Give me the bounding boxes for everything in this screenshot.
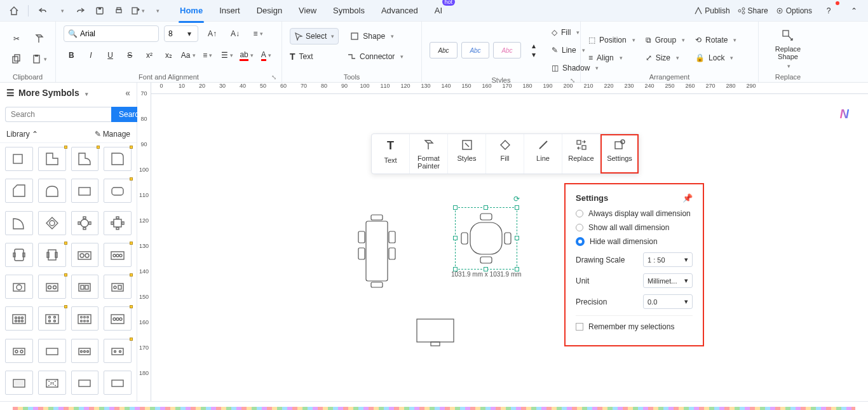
shape-bottom-1[interactable] xyxy=(5,371,33,395)
style-preset-1[interactable]: Abc xyxy=(430,42,458,58)
line-spacing-icon[interactable]: ≡ xyxy=(200,47,215,64)
ctx-line[interactable]: Line xyxy=(524,134,562,174)
paragraph-align-icon[interactable]: ≡ xyxy=(249,25,267,42)
canvas[interactable]: N TText Format Painter Styles Fill Line … xyxy=(151,94,868,401)
shape-appliance-3[interactable] xyxy=(71,275,99,299)
ctx-fill[interactable]: Fill xyxy=(486,134,524,174)
shape-table-round[interactable] xyxy=(71,211,99,235)
publish-button[interactable]: Publish xyxy=(695,6,729,15)
undo-icon[interactable] xyxy=(34,3,51,19)
shape-sofa-1[interactable] xyxy=(5,243,33,267)
align-button[interactable]: ≡ Align xyxy=(588,51,635,65)
highlight-icon[interactable]: ab xyxy=(239,47,255,64)
shape-cut[interactable] xyxy=(5,179,33,203)
replace-shape-button[interactable]: Replace Shape xyxy=(770,25,806,72)
save-icon[interactable] xyxy=(91,3,109,19)
pin-icon[interactable]: 📌 xyxy=(682,193,693,203)
position-button[interactable]: ⬚ Position xyxy=(588,33,635,47)
shape-l-3[interactable] xyxy=(104,147,132,171)
font-color-icon[interactable]: A xyxy=(258,47,274,64)
shape-table-diamond[interactable] xyxy=(38,211,66,235)
scale-select[interactable]: 1 : 50▾ xyxy=(643,252,693,267)
bold-icon[interactable]: B xyxy=(64,47,79,64)
underline-icon[interactable]: U xyxy=(102,47,118,64)
shape-cooktop-1[interactable] xyxy=(5,306,33,331)
canvas-object-table-rect[interactable] xyxy=(355,210,399,292)
opt-always-display[interactable]: Always display wall dimension xyxy=(576,209,693,218)
shape-rect[interactable] xyxy=(5,147,33,171)
more-symbols-label[interactable]: More Symbols xyxy=(18,88,79,98)
unit-select[interactable]: Millimet...▾ xyxy=(643,273,693,288)
shape-arch[interactable] xyxy=(38,179,66,203)
precision-select[interactable]: 0.0▾ xyxy=(643,294,693,309)
tab-view[interactable]: View xyxy=(297,2,318,19)
remember-checkbox[interactable]: Remember my selections xyxy=(576,322,693,331)
shape-cooktop-4[interactable] xyxy=(104,306,132,331)
shape-quarter[interactable] xyxy=(5,211,33,235)
ctx-format-painter[interactable]: Format Painter xyxy=(410,134,448,174)
shape-misc-3[interactable] xyxy=(71,339,99,363)
font-launcher-icon[interactable]: ⤡ xyxy=(271,74,276,81)
shape-appliance-4[interactable] xyxy=(104,275,132,299)
style-preset-3[interactable]: Abc xyxy=(493,42,521,58)
decrease-font-icon[interactable]: A↓ xyxy=(226,25,244,42)
select-tool[interactable]: Select xyxy=(290,28,339,44)
list-icon[interactable]: ☰ xyxy=(219,47,235,64)
font-family-combo[interactable]: 🔍 xyxy=(64,25,159,42)
options-button[interactable]: Options xyxy=(776,6,812,15)
share-button[interactable]: Share xyxy=(738,6,768,15)
shape-appliance-1[interactable] xyxy=(5,275,33,299)
panel-collapse-icon[interactable]: « xyxy=(125,88,130,98)
cut-icon[interactable]: ✂ xyxy=(8,31,25,47)
opt-hide[interactable]: Hide wall dimension xyxy=(576,237,693,246)
paste-icon[interactable] xyxy=(31,51,48,67)
style-preset-2[interactable]: Abc xyxy=(461,42,489,58)
ctx-settings[interactable]: Settings xyxy=(600,134,639,174)
collapse-ribbon-icon[interactable]: ⌃ xyxy=(845,3,863,19)
shape-rect2[interactable] xyxy=(71,179,99,203)
shape-round[interactable] xyxy=(104,179,132,203)
lock-button[interactable]: 🔒 Lock xyxy=(695,51,736,65)
tab-ai[interactable]: AIhot xyxy=(433,2,444,19)
library-toggle[interactable]: Library ⌃ xyxy=(6,130,38,139)
shape-cooktop-2[interactable] xyxy=(38,306,66,331)
shape-cooktop-3[interactable] xyxy=(71,306,99,331)
shape-l-2[interactable] xyxy=(71,147,99,171)
tab-insert[interactable]: Insert xyxy=(218,2,241,19)
shape-misc-4[interactable] xyxy=(104,339,132,363)
rotate-button[interactable]: ⟲ Rotate xyxy=(695,33,736,47)
case-icon[interactable]: Aa xyxy=(180,47,196,64)
shape-l-1[interactable] xyxy=(38,147,66,171)
shape-bottom-3[interactable] xyxy=(71,371,99,395)
shape-stove-2[interactable] xyxy=(104,243,132,267)
shape-sofa-2[interactable] xyxy=(38,243,66,267)
redo-icon[interactable] xyxy=(72,3,90,19)
symbol-search-input[interactable] xyxy=(5,107,111,122)
opt-show-all[interactable]: Show all wall dimension xyxy=(576,223,693,232)
shape-tool[interactable]: Shape xyxy=(350,29,394,43)
export-icon[interactable] xyxy=(129,3,147,19)
text-tool[interactable]: TText xyxy=(290,50,336,64)
ctx-text[interactable]: TText xyxy=(372,134,410,174)
strike-icon[interactable]: S xyxy=(122,47,138,64)
ctx-styles[interactable]: Styles xyxy=(448,134,486,174)
rotate-handle-icon[interactable]: ⟳ xyxy=(513,195,520,203)
shape-table-sq[interactable] xyxy=(104,211,132,235)
increase-font-icon[interactable]: A↑ xyxy=(203,25,221,42)
group-button[interactable]: ⧉ Group xyxy=(646,33,685,47)
style-scroll-up-icon[interactable]: ▴ xyxy=(525,41,543,50)
connector-tool[interactable]: Connector xyxy=(347,50,403,64)
superscript-icon[interactable]: x² xyxy=(142,47,158,64)
size-button[interactable]: ⤢ Size xyxy=(646,51,685,65)
tab-symbols[interactable]: Symbols xyxy=(332,2,366,19)
shape-bottom-4[interactable] xyxy=(104,371,132,395)
help-icon[interactable]: ? xyxy=(820,3,837,19)
italic-icon[interactable]: I xyxy=(83,47,99,64)
font-size-combo[interactable]: ▾ xyxy=(164,25,198,42)
tab-home[interactable]: Home xyxy=(179,2,204,19)
canvas-object-table-round-selected[interactable]: ⟳ xyxy=(456,208,516,268)
format-painter-icon[interactable] xyxy=(31,31,48,47)
tab-advanced[interactable]: Advanced xyxy=(380,2,419,19)
shape-bottom-2[interactable] xyxy=(38,371,66,395)
subscript-icon[interactable]: x₂ xyxy=(161,47,177,64)
